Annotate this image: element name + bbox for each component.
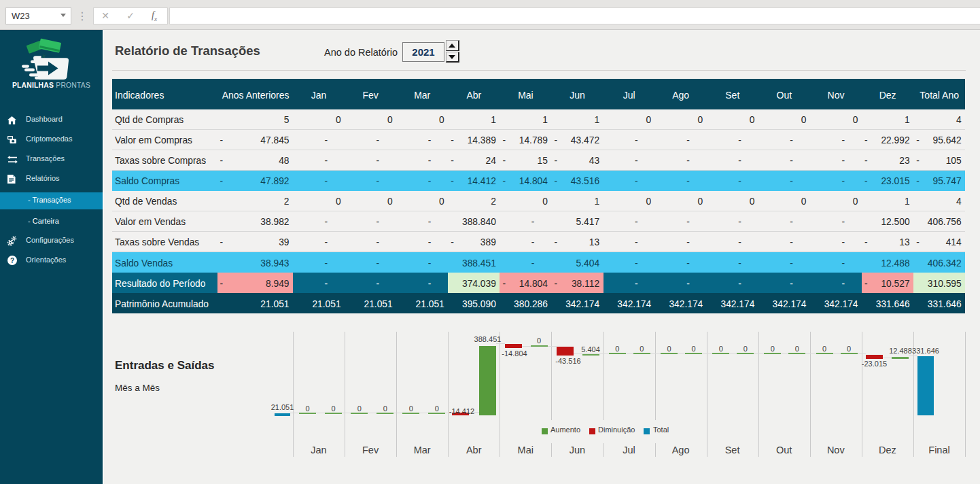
svg-text:?: ? [10, 256, 14, 264]
